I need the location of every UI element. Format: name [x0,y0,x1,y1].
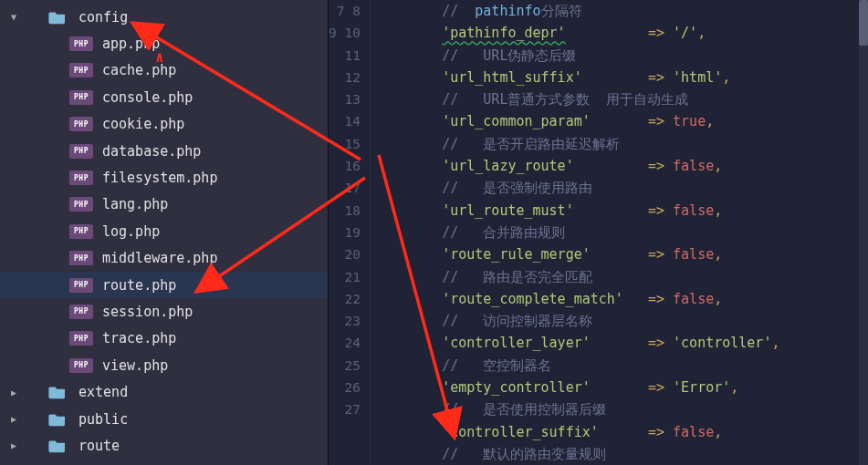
folder-config[interactable]: ▼ config [0,4,328,30]
file-database-php[interactable]: PHPdatabase.php [0,138,328,164]
line-number-gutter: 7 8 9 10 11 12 13 14 15 16 17 18 19 20 2… [329,0,371,465]
code-editor[interactable]: 7 8 9 10 11 12 13 14 15 16 17 18 19 20 2… [329,0,868,465]
file-lang-php[interactable]: PHPlang.php [0,191,328,218]
folder-label: route [78,438,120,454]
file-label: cache.php [102,62,176,78]
chevron-right-icon: ▶ [7,440,20,450]
file-label: view.php [102,357,168,374]
file-label: database.php [102,143,201,160]
file-trace-php[interactable]: PHPtrace.php [0,326,328,352]
php-file-icon: PHP [69,358,93,373]
folder-label: config [78,9,128,26]
file-label: filesystem.php [102,170,217,186]
file-cookie-php[interactable]: PHPcookie.php [0,111,328,138]
php-file-icon: PHP [69,36,93,51]
php-file-icon: PHP [69,117,93,131]
php-file-icon: PHP [69,331,93,346]
scrollbar-thumb[interactable] [859,0,868,46]
php-file-icon: PHP [69,305,93,319]
php-file-icon: PHP [69,63,93,78]
folder-icon [47,412,68,427]
file-label: cookie.php [102,116,184,132]
folder-public[interactable]: ▶ public [0,406,328,432]
php-file-icon: PHP [69,251,93,265]
php-file-icon: PHP [69,278,93,293]
folder-icon [47,385,68,399]
file-label: console.php [102,89,193,106]
file-label: trace.php [102,330,176,346]
folder-label: public [78,411,128,428]
file-label: lang.php [102,196,168,212]
php-file-icon: PHP [69,197,93,212]
file-console-php[interactable]: PHPconsole.php [0,84,328,110]
file-log-php[interactable]: PHPlog.php [0,218,328,244]
chevron-down-icon: ▼ [7,12,20,22]
file-middleware-php[interactable]: PHPmiddleware.php [0,245,328,272]
folder-route[interactable]: ▶ route [0,432,328,459]
file-label: app.php [102,36,160,52]
file-label: middleware.php [102,250,217,266]
code-content[interactable]: // pathinfo分隔符 'pathinfo_depr' => '/', /… [371,0,868,465]
folder-icon [47,10,68,25]
file-app-php[interactable]: PHPapp.php [0,30,328,57]
file-label: route.php [102,277,176,294]
chevron-right-icon: ▶ [7,388,20,398]
file-filesystem-php[interactable]: PHPfilesystem.php [0,164,328,191]
php-file-icon: PHP [69,90,93,105]
folder-extend[interactable]: ▶ extend [0,378,328,405]
file-label: log.php [102,223,160,240]
file-route-php[interactable]: PHProute.php [0,272,328,298]
folder-icon [47,439,68,453]
php-file-icon: PHP [69,144,93,159]
file-label: session.php [102,304,193,320]
php-file-icon: PHP [69,170,93,185]
file-session-php[interactable]: PHPsession.php [0,298,328,325]
chevron-right-icon: ▶ [7,414,20,424]
php-file-icon: PHP [69,224,93,239]
file-explorer-sidebar: ▼ config PHPapp.phpPHPcache.phpPHPconsol… [0,0,329,465]
file-view-php[interactable]: PHPview.php [0,352,328,378]
file-cache-php[interactable]: PHPcache.php [0,57,328,84]
vertical-scrollbar[interactable] [859,0,868,465]
folder-label: extend [78,384,128,400]
